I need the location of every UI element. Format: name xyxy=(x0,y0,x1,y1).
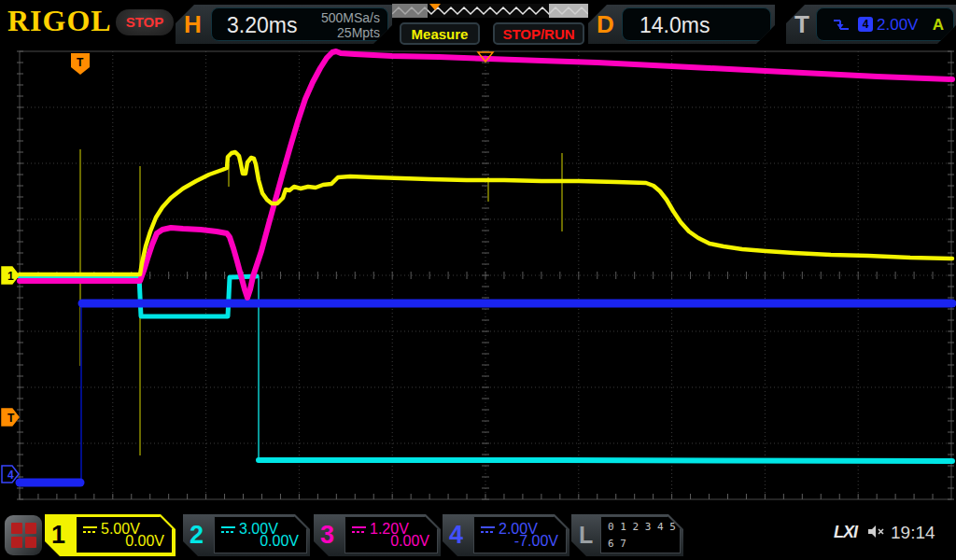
logic-row-2: 8 9 1011 12131415 xyxy=(608,553,680,560)
ch4-position-marker-label: 4 xyxy=(7,469,14,482)
trigger-label: T xyxy=(794,10,809,39)
bottom-bar: 1 5.00V 0.00V 2 3.00V 0.00V 3 1.20V 0.00… xyxy=(0,511,956,560)
acquisition-info: 500MSa/s 25Mpts xyxy=(321,10,380,40)
channel-4-offset: -7.00V xyxy=(514,533,558,550)
clock: 19:14 xyxy=(891,523,935,543)
channel-2-tab[interactable]: 2 3.00V 0.00V xyxy=(183,514,310,556)
rigol-logo: RIGOL xyxy=(7,4,112,38)
delay-label: D xyxy=(597,10,614,39)
logic-label: L xyxy=(579,522,593,549)
horizontal-module[interactable]: H 3.20ms 500MSa/s 25Mpts xyxy=(176,5,392,44)
dc-coupling-icon xyxy=(83,526,97,533)
lxi-indicator: LXI xyxy=(834,523,857,542)
trigger-readout: 4 2.00V A xyxy=(816,7,954,41)
sample-rate: 500MSa/s xyxy=(321,10,380,25)
ch2-trace xyxy=(259,460,952,461)
channel-3-tab[interactable]: 3 1.20V 0.00V xyxy=(314,514,441,556)
trigger-level-value: 2.00V xyxy=(877,16,918,35)
trigger-source-chip: 4 xyxy=(858,17,873,32)
delay-readout: 14.0ms xyxy=(622,7,771,41)
logic-row-1: 0 1 2 3 4 5 6 7 xyxy=(608,519,680,553)
delay-value: 14.0ms xyxy=(640,13,710,38)
ch1-trace xyxy=(20,152,952,274)
dc-coupling-icon xyxy=(221,526,235,533)
channel-1-tab[interactable]: 1 5.00V 0.00V xyxy=(45,514,176,556)
preview-right-shade xyxy=(549,4,588,18)
memory-preview-strip[interactable] xyxy=(392,4,588,18)
channel-2-info: 3.00V 0.00V xyxy=(214,516,307,553)
dc-coupling-icon xyxy=(481,526,495,533)
channel-4-tab[interactable]: 4 2.00V -7.00V xyxy=(443,514,569,556)
delay-module[interactable]: D 14.0ms xyxy=(588,5,775,44)
falling-edge-icon xyxy=(832,18,851,33)
logic-channels: 0 1 2 3 4 5 6 7 8 9 1011 12131415 xyxy=(600,516,681,553)
channel-2-offset: 0.00V xyxy=(260,533,299,550)
ch1-position-marker-label: 1 xyxy=(7,270,14,283)
waveform-display: 1T4T xyxy=(0,0,956,560)
channel-4-info: 2.00V -7.00V xyxy=(473,516,567,553)
trigger-module[interactable]: T 4 2.00V A xyxy=(786,5,956,44)
channel-1-number: 1 xyxy=(51,521,65,550)
speaker-muted-icon[interactable] xyxy=(866,524,887,539)
trigger-level-marker-label: T xyxy=(7,412,15,425)
logic-analyzer-tab[interactable]: L 0 1 2 3 4 5 6 7 8 9 1011 12131415 xyxy=(571,514,683,556)
channel-3-number: 3 xyxy=(320,521,334,550)
memory-depth: 25Mpts xyxy=(321,25,380,40)
top-bar: RIGOL STOP H 3.20ms 500MSa/s 25Mpts Meas… xyxy=(0,0,956,49)
horizontal-label: H xyxy=(184,10,202,39)
stop-run-button[interactable]: STOP/RUN xyxy=(493,22,584,45)
dc-coupling-icon xyxy=(352,526,366,533)
menu-grid-icon xyxy=(11,523,36,548)
preview-waveform xyxy=(392,4,588,18)
oscilloscope-screen: 1T4T RIGOL STOP H 3.20ms 500MSa/s 25Mpts xyxy=(0,0,956,560)
preview-left-shade xyxy=(392,4,428,18)
channel-3-offset: 0.00V xyxy=(390,533,429,550)
horizontal-readout: 3.20ms 500MSa/s 25Mpts xyxy=(211,7,388,41)
measure-button[interactable]: Measure xyxy=(400,22,480,45)
run-state-badge: STOP xyxy=(116,9,174,35)
channel-2-number: 2 xyxy=(190,521,204,550)
channel-1-info: 5.00V 0.00V xyxy=(76,516,173,553)
trigger-position-label: T xyxy=(77,56,84,69)
menu-button[interactable] xyxy=(5,515,42,555)
channel-1-offset: 0.00V xyxy=(125,533,164,550)
timebase-value: 3.20ms xyxy=(227,13,297,38)
trigger-sweep-mode: A xyxy=(933,16,944,35)
channel-4-number: 4 xyxy=(449,521,463,550)
channel-3-info: 1.20V 0.00V xyxy=(344,516,438,553)
